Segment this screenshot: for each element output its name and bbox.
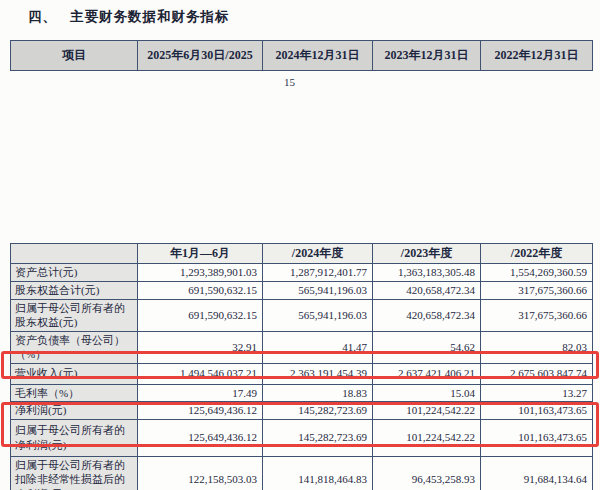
cell-value: 125,649,436.12 bbox=[138, 402, 263, 420]
cell-value: 101,163,473.65 bbox=[481, 402, 593, 420]
cell-value: 101,224,542.22 bbox=[373, 419, 481, 456]
cell-value: 96,453,258.93 bbox=[373, 456, 481, 490]
cell-value: 317,675,360.66 bbox=[481, 282, 593, 300]
cell-value: 82.03 bbox=[481, 331, 593, 363]
cell-value: 420,658,472.34 bbox=[373, 282, 481, 300]
cell-value: 125,649,436.12 bbox=[138, 419, 263, 456]
table1-header-2025: 2025年6月30日/2025 bbox=[138, 41, 263, 71]
table2-header-h3: /2023年度 bbox=[373, 244, 481, 264]
cell-value: 2,363,191,454.39 bbox=[263, 363, 373, 384]
table-row-deducted-net-profit: 归属于母公司所有者的扣除非经常性损益后的净利润(元) 122,158,503.0… bbox=[11, 456, 593, 490]
cell-value: 141,818,464.83 bbox=[263, 456, 373, 490]
table1-header-item: 项目 bbox=[11, 41, 138, 71]
table-row-debt-ratio: 资产负债率（母公司）（%） 32.91 41.47 54.62 82.03 bbox=[11, 331, 593, 363]
table2-header-row: 年1月—6月 /2024年度 /2023年度 /2022年度 bbox=[11, 244, 593, 264]
cell-value: 691,590,632.15 bbox=[138, 282, 263, 300]
row-label: 资产总计(元) bbox=[11, 264, 138, 282]
row-label: 归属于母公司所有者的净利润(元) bbox=[11, 419, 138, 456]
cell-value: 691,590,632.15 bbox=[138, 299, 263, 331]
cell-value: 41.47 bbox=[263, 331, 373, 363]
section-number: 四、 bbox=[28, 8, 57, 26]
cell-value: 2,675,603,847.74 bbox=[481, 363, 593, 384]
cell-value: 101,224,542.22 bbox=[373, 402, 481, 420]
cell-value: 101,163,473.65 bbox=[481, 419, 593, 456]
cell-value: 2,637,421,406.21 bbox=[373, 363, 481, 384]
cell-value: 122,158,503.03 bbox=[138, 456, 263, 490]
page-number: 15 bbox=[284, 76, 295, 88]
table-row-gross-margin: 毛利率（%） 17.49 18.83 15.04 13.27 bbox=[11, 384, 593, 402]
cell-value: 91,684,134.64 bbox=[481, 456, 593, 490]
table-row-total-equity: 股东权益合计(元) 691,590,632.15 565,941,196.03 … bbox=[11, 282, 593, 300]
row-label: 营业收入(元) bbox=[11, 363, 138, 384]
table-row-total-assets: 资产总计(元) 1,293,389,901.03 1,287,912,401.7… bbox=[11, 264, 593, 282]
section-title: 四、 主要财务数据和财务指标 bbox=[28, 8, 230, 26]
cell-value: 1,293,389,901.03 bbox=[138, 264, 263, 282]
table1-header-2023: 2023年12月31日 bbox=[373, 41, 481, 71]
cell-value: 1,494,546,037.21 bbox=[138, 363, 263, 384]
row-label: 毛利率（%） bbox=[11, 384, 138, 402]
table1-header-row: 项目 2025年6月30日/2025 2024年12月31日 2023年12月3… bbox=[11, 41, 593, 71]
table2-header-h1: 年1月—6月 bbox=[138, 244, 263, 264]
row-label: 归属于母公司所有者的扣除非经常性损益后的净利润(元) bbox=[11, 456, 138, 490]
table1-header-2024: 2024年12月31日 bbox=[263, 41, 373, 71]
cell-value: 145,282,723.69 bbox=[263, 402, 373, 420]
table-row-parent-equity: 归属于母公司所有者的股东权益(元) 691,590,632.15 565,941… bbox=[11, 299, 593, 331]
row-label: 资产负债率（母公司）（%） bbox=[11, 331, 138, 363]
table-row-net-profit: 净利润(元) 125,649,436.12 145,282,723.69 101… bbox=[11, 402, 593, 420]
cell-value: 565,941,196.03 bbox=[263, 299, 373, 331]
table-row-parent-net-profit: 归属于母公司所有者的净利润(元) 125,649,436.12 145,282,… bbox=[11, 419, 593, 456]
cell-value: 420,658,472.34 bbox=[373, 299, 481, 331]
cell-value: 17.49 bbox=[138, 384, 263, 402]
cell-value: 1,554,269,360.59 bbox=[481, 264, 593, 282]
table-row-revenue: 营业收入(元) 1,494,546,037.21 2,363,191,454.3… bbox=[11, 363, 593, 384]
row-label: 净利润(元) bbox=[11, 402, 138, 420]
financial-table-page2: 年1月—6月 /2024年度 /2023年度 /2022年度 资产总计(元) 1… bbox=[10, 243, 593, 490]
page-title: 主要财务数据和财务指标 bbox=[70, 8, 230, 26]
cell-value: 565,941,196.03 bbox=[263, 282, 373, 300]
cell-value: 15.04 bbox=[373, 384, 481, 402]
cell-value: 13.27 bbox=[481, 384, 593, 402]
cell-value: 1,363,183,305.48 bbox=[373, 264, 481, 282]
row-label: 股东权益合计(元) bbox=[11, 282, 138, 300]
cell-value: 18.83 bbox=[263, 384, 373, 402]
cell-value: 54.62 bbox=[373, 331, 481, 363]
cell-value: 145,282,723.69 bbox=[263, 419, 373, 456]
financial-table-header-page1: 项目 2025年6月30日/2025 2024年12月31日 2023年12月3… bbox=[10, 40, 593, 71]
cell-value: 32.91 bbox=[138, 331, 263, 363]
document-page: 四、 主要财务数据和财务指标 项目 2025年6月30日/2025 2024年1… bbox=[0, 0, 600, 490]
table2-header-h2: /2024年度 bbox=[263, 244, 373, 264]
row-label: 归属于母公司所有者的股东权益(元) bbox=[11, 299, 138, 331]
cell-value: 1,287,912,401.77 bbox=[263, 264, 373, 282]
cell-value: 317,675,360.66 bbox=[481, 299, 593, 331]
table2-header-empty bbox=[11, 244, 138, 264]
table1-header-2022: 2022年12月31日 bbox=[481, 41, 593, 71]
table2-header-h4: /2022年度 bbox=[481, 244, 593, 264]
